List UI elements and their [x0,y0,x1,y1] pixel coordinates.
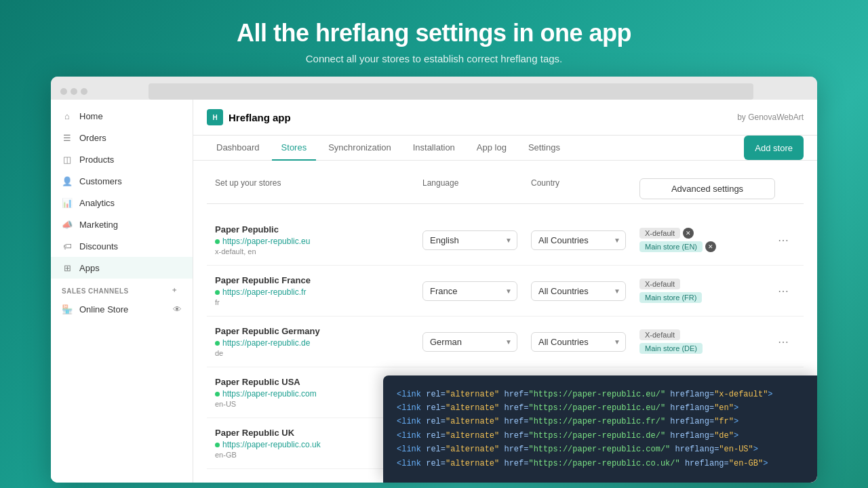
language-select-wrapper-1: English ▼ [422,230,531,250]
badge-row-3b: Main store (DE) [639,343,775,354]
badge-close-1a[interactable]: ✕ [683,228,694,239]
store-lang-3: de [215,349,422,357]
tab-synchronization[interactable]: Synchronization [319,136,401,161]
badge-row-2a: X-default [639,279,775,289]
tab-stores[interactable]: Stores [272,136,317,161]
dot-red [60,88,67,95]
code-line-2: <link rel="alternate" href="https://pape… [397,401,804,415]
sidebar-item-products[interactable]: ◫ Products [51,148,193,170]
country-select-wrapper-1: All Countries ▼ [531,230,639,250]
tab-app-log[interactable]: App log [467,136,516,161]
store-url-3[interactable]: https://paper-republic.de [215,338,422,348]
sidebar-item-customers[interactable]: 👤 Customers [51,170,193,192]
app-title-container: H Hreflang app [207,109,291,125]
sidebar-item-online-store[interactable]: 🏪 Online Store 👁 [51,299,193,319]
badge-close-1b[interactable]: ✕ [705,241,716,252]
store-name-2: Paper Republic France [215,275,422,285]
add-sales-channel-icon[interactable]: ＋ [171,285,182,296]
dot-green [81,88,87,95]
country-select-2[interactable]: All Countries [531,281,626,301]
sales-channels-section: SALES CHANNELS ＋ [51,279,193,299]
browser-url-bar[interactable] [149,83,753,100]
store-info-2: Paper Republic France https://paper-repu… [215,275,422,306]
app-by-label: by GenovaWebArt [737,113,804,122]
browser-window: ⌂ Home ☰ Orders ◫ Products 👤 Customers 📊… [51,77,817,483]
banner-title: All the hreflang settings in one app [237,19,631,47]
url-status-dot-2 [215,290,220,295]
store-url-1[interactable]: https://paper-republic.eu [215,237,422,246]
analytics-icon: 📊 [62,197,73,208]
country-select-2-wrapper: All Countries ▼ [531,281,626,301]
url-status-dot-1 [215,239,220,244]
badge-main-1: Main store (EN) [639,241,703,252]
tabs-bar: Dashboard Stores Synchronization Install… [193,136,817,161]
country-select-3[interactable]: All Countries [531,332,626,352]
products-icon: ◫ [62,154,73,165]
online-store-icon: 🏪 [62,304,73,314]
browser-chrome [51,77,817,100]
url-status-dot-3 [215,341,220,346]
app-logo: H [207,109,223,125]
code-line-1: <link rel="alternate" href="https://pape… [397,388,804,401]
app-title-text: Hreflang app [229,112,291,123]
sidebar-item-discounts[interactable]: 🏷 Discounts [51,235,193,257]
language-select-wrapper-2: France ▼ [422,281,531,301]
home-icon: ⌂ [62,110,73,121]
country-select-wrapper-2: All Countries ▼ [531,281,639,301]
more-options-2[interactable]: ⋯ [775,282,795,300]
code-line-5: <link rel="alternate" href="https://pape… [397,443,804,456]
store-url-2[interactable]: https://paper-republic.fr [215,287,422,297]
app-header: H Hreflang app by GenovaWebArt [193,100,817,136]
language-select-1-wrapper: English ▼ [422,230,517,250]
language-col-header: Language [422,178,531,199]
badge-row-1a: X-default ✕ [639,228,775,239]
store-name-3: Paper Republic Germany [215,326,422,336]
country-select-wrapper-3: All Countries ▼ [531,332,639,352]
country-select-1[interactable]: All Countries [531,230,626,250]
code-line-6: <link rel="alternate" href="https://pape… [397,457,804,470]
browser-body: ⌂ Home ☰ Orders ◫ Products 👤 Customers 📊… [51,100,817,483]
sidebar-item-analytics[interactable]: 📊 Analytics [51,192,193,214]
table-row: Paper Republic France https://paper-repu… [207,266,804,317]
country-select-1-wrapper: All Countries ▼ [531,230,626,250]
apps-icon: ⊞ [62,262,73,273]
tab-dashboard[interactable]: Dashboard [207,136,269,161]
add-store-button[interactable]: Add store [744,136,804,160]
language-select-3-wrapper: German ▼ [422,332,517,352]
language-select-3[interactable]: German [422,332,517,352]
language-select-2[interactable]: France [422,281,517,301]
more-options-3[interactable]: ⋯ [775,333,795,351]
language-select-1[interactable]: English [422,230,517,250]
customers-icon: 👤 [62,176,73,186]
badge-xdefault-1: X-default [639,228,680,239]
tab-installation[interactable]: Installation [403,136,465,161]
main-content: H Hreflang app by GenovaWebArt Dashboard… [193,100,817,483]
sidebar-item-orders[interactable]: ☰ Orders [51,127,193,148]
store-badges-1: X-default ✕ Main store (EN) ✕ [639,228,775,252]
badge-row-3a: X-default [639,329,775,340]
url-status-dot-4 [215,392,220,396]
marketing-icon: 📣 [62,219,73,230]
code-overlay: <link rel="alternate" href="https://pape… [383,375,817,483]
badge-row-1b: Main store (EN) ✕ [639,241,775,252]
stores-header: Set up your stores Language Country Adva… [207,174,804,204]
more-options-1[interactable]: ⋯ [775,231,795,249]
advanced-settings-button[interactable]: Advanced settings [639,178,775,199]
table-row: Paper Pepublic https://paper-republic.eu… [207,215,804,266]
sidebar-item-apps[interactable]: ⊞ Apps [51,257,193,279]
store-lang-2: fr [215,298,422,306]
badge-xdefault-2: X-default [639,279,680,289]
language-select-2-wrapper: France ▼ [422,281,517,301]
table-row: Paper Republic Germany https://paper-rep… [207,317,804,367]
browser-dots [60,88,87,95]
badge-main-2: Main store (FR) [639,292,702,303]
online-store-eye-icon[interactable]: 👁 [173,304,182,314]
language-select-wrapper-3: German ▼ [422,332,531,352]
store-name-1: Paper Pepublic [215,224,422,235]
top-banner: All the hreflang settings in one app Con… [237,0,631,77]
sidebar-item-marketing[interactable]: 📣 Marketing [51,214,193,235]
country-col-header: Country [531,178,639,199]
tab-settings[interactable]: Settings [519,136,570,161]
sidebar-item-home[interactable]: ⌂ Home [51,105,193,127]
store-info-3: Paper Republic Germany https://paper-rep… [215,326,422,357]
